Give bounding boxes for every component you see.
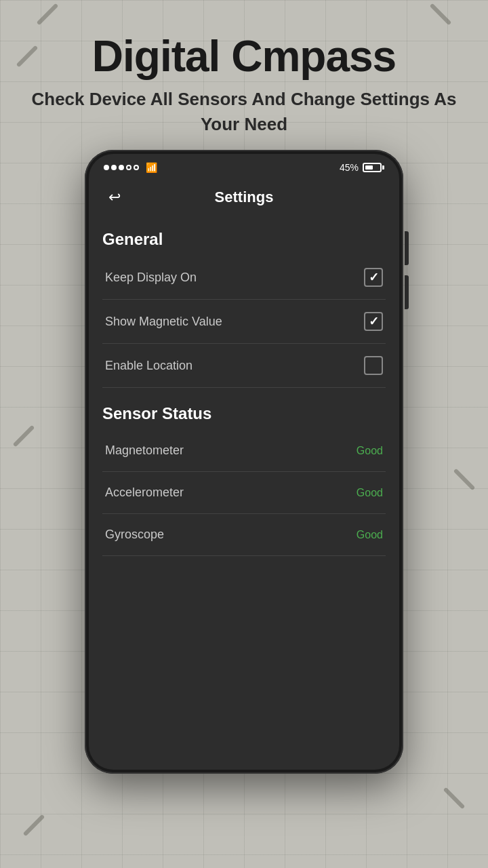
keep-display-on-item: Keep Display On — [102, 256, 386, 300]
signal-dot-4 — [126, 165, 131, 170]
gyroscope-label: Gyroscope — [105, 528, 164, 542]
signal-dot-5 — [134, 165, 139, 170]
top-navigation: ↩ Settings — [89, 178, 399, 223]
app-title: Digital Cmpass — [0, 33, 488, 80]
sensor-status-section-title: Sensor Status — [102, 404, 386, 423]
battery-area: 45% — [340, 162, 384, 173]
signal-dot-1 — [104, 165, 109, 170]
keep-display-on-checkbox[interactable] — [364, 268, 383, 287]
general-section-title: General — [102, 230, 386, 249]
enable-location-checkbox[interactable] — [364, 356, 383, 375]
screen-title: Settings — [127, 189, 361, 206]
battery-tip — [382, 165, 384, 170]
phone-screen: 📶 45% ↩ Settings General — [89, 154, 399, 770]
signal-area: 📶 — [104, 162, 157, 173]
phone-frame: 📶 45% ↩ Settings General — [85, 150, 403, 774]
status-bar: 📶 45% — [89, 154, 399, 178]
volume-up-button[interactable] — [405, 231, 409, 265]
signal-dot-3 — [119, 165, 124, 170]
battery-fill — [365, 165, 373, 170]
magnetometer-label: Magnetometer — [105, 443, 184, 458]
battery-percent: 45% — [340, 162, 359, 173]
accelerometer-item: Accelerometer Good — [102, 472, 386, 514]
signal-dots — [104, 165, 139, 170]
back-button[interactable]: ↩ — [102, 185, 127, 210]
gyroscope-item: Gyroscope Good — [102, 514, 386, 556]
volume-down-button[interactable] — [405, 275, 409, 309]
back-arrow-icon: ↩ — [108, 189, 121, 206]
battery-body — [363, 163, 382, 172]
app-subtitle: Check Device All Sensors And Change Sett… — [0, 87, 488, 136]
app-header: Digital Cmpass Check Device All Sensors … — [0, 0, 488, 150]
accelerometer-label: Accelerometer — [105, 486, 184, 500]
enable-location-item: Enable Location — [102, 344, 386, 388]
settings-content: General Keep Display On Show Magnetic Va… — [89, 223, 399, 770]
battery-icon — [363, 163, 384, 172]
keep-display-on-label: Keep Display On — [105, 271, 197, 285]
wifi-icon: 📶 — [146, 162, 157, 173]
gyroscope-status: Good — [357, 529, 383, 541]
magnetometer-item: Magnetometer Good — [102, 430, 386, 472]
accelerometer-status: Good — [357, 487, 383, 499]
show-magnetic-value-item: Show Magnetic Value — [102, 300, 386, 344]
show-magnetic-value-checkbox[interactable] — [364, 312, 383, 331]
enable-location-label: Enable Location — [105, 359, 192, 373]
show-magnetic-value-label: Show Magnetic Value — [105, 315, 222, 329]
magnetometer-status: Good — [357, 445, 383, 457]
signal-dot-2 — [111, 165, 117, 170]
